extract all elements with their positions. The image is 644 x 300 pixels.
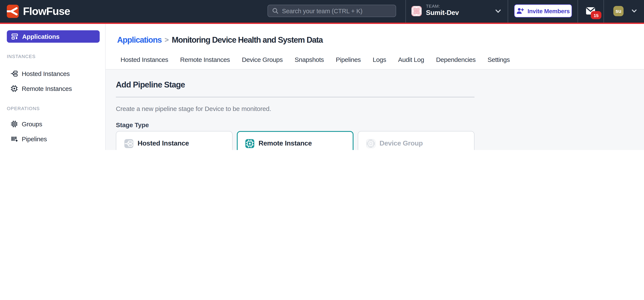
sidebar-item-groups[interactable]: Groups [0, 116, 105, 131]
breadcrumb: Applications > Monitoring Device Health … [117, 35, 323, 45]
page-header: Applications > Monitoring Device Health … [106, 24, 644, 69]
invite-members-label: Invite Members [528, 8, 570, 14]
tab-logs[interactable]: Logs [373, 56, 386, 64]
page-title: Monitoring Device Health and System Data [172, 35, 323, 45]
top-navbar: FlowFuse TEAM: Sumit-Dev Invite Members [0, 0, 644, 24]
nav-divider [604, 0, 604, 23]
stage-type-device-group: Device Group [358, 131, 474, 150]
search-icon [272, 8, 278, 14]
team-chevron-down-icon[interactable] [495, 9, 501, 13]
sidebar-section-title: INSTANCES [7, 54, 36, 59]
team-name: Sumit-Dev [426, 9, 459, 17]
user-plus-icon [516, 8, 524, 14]
tab-bar: Hosted Instances Remote Instances Device… [120, 56, 510, 64]
team-search[interactable] [268, 5, 396, 17]
team-avatar[interactable] [412, 6, 422, 16]
sidebar-item-label: Hosted Instances [22, 70, 70, 77]
stage-type-hosted-instance[interactable]: Hosted Instance [116, 131, 232, 150]
team-label: TEAM: [426, 4, 440, 9]
tab-dependencies[interactable]: Dependencies [436, 56, 476, 64]
stage-type-option-label: Device Group [380, 140, 423, 147]
groups-icon [11, 120, 18, 128]
nav-divider [406, 0, 406, 23]
flowfuse-logo-icon [7, 5, 19, 18]
hosted-instance-icon [124, 139, 133, 148]
sidebar-item-label: Applications [22, 33, 60, 40]
breadcrumb-separator: > [164, 35, 169, 45]
applications-icon [11, 33, 18, 40]
nav-divider [508, 0, 508, 23]
pipelines-icon [11, 135, 18, 142]
notification-badge: 15 [591, 11, 602, 19]
stage-type-options: Hosted Instance Remote Instance Device G… [116, 131, 474, 150]
tab-device-groups[interactable]: Device Groups [242, 56, 283, 64]
sidebar-item-applications[interactable]: Applications [7, 30, 100, 43]
tab-hosted-instances[interactable]: Hosted Instances [120, 56, 168, 64]
nav-divider [578, 0, 578, 23]
remote-instances-icon [11, 85, 18, 92]
sidebar-item-hosted-instances[interactable]: Hosted Instances [0, 66, 105, 81]
sidebar: Applications INSTANCES Hosted Instances … [0, 24, 106, 150]
tab-remote-instances[interactable]: Remote Instances [180, 56, 230, 64]
tab-settings[interactable]: Settings [488, 56, 510, 64]
sidebar-section-title: OPERATIONS [7, 106, 40, 111]
search-input[interactable] [282, 8, 384, 14]
main-content: Applications > Monitoring Device Health … [106, 24, 644, 150]
add-pipeline-stage-form: Add Pipeline Stage Create a new pipeline… [116, 69, 474, 150]
sidebar-item-label: Groups [22, 120, 42, 128]
sidebar-item-bill-of-materials[interactable]: Bill Of Materials [0, 146, 105, 150]
device-group-icon [366, 139, 375, 148]
form-divider [116, 97, 474, 97]
sidebar-item-label: Pipelines [22, 135, 47, 142]
invite-members-button[interactable]: Invite Members [514, 4, 572, 18]
tab-snapshots[interactable]: Snapshots [295, 56, 324, 64]
brand-logo[interactable]: FlowFuse [7, 0, 70, 23]
sidebar-item-label: Remote Instances [22, 85, 72, 92]
breadcrumb-applications-link[interactable]: Applications [117, 35, 162, 45]
stage-type-option-label: Remote Instance [258, 140, 312, 147]
form-description: Create a new pipeline stage for Device t… [116, 105, 271, 113]
user-avatar[interactable]: su [613, 6, 624, 16]
flowfuse-app: FlowFuse TEAM: Sumit-Dev Invite Members [0, 0, 644, 150]
brand-name: FlowFuse [23, 5, 70, 18]
user-chevron-down-icon[interactable] [632, 9, 637, 13]
remote-instance-icon [245, 139, 254, 148]
stage-type-label: Stage Type [116, 121, 149, 129]
tab-pipelines[interactable]: Pipelines [336, 56, 361, 64]
stage-type-remote-instance[interactable]: Remote Instance [237, 131, 353, 150]
sidebar-item-pipelines[interactable]: Pipelines [0, 131, 105, 146]
tab-audit-log[interactable]: Audit Log [398, 56, 424, 64]
form-title: Add Pipeline Stage [116, 80, 185, 89]
stage-type-option-label: Hosted Instance [138, 140, 189, 147]
hosted-instances-icon [11, 70, 18, 77]
sidebar-item-remote-instances[interactable]: Remote Instances [0, 81, 105, 96]
